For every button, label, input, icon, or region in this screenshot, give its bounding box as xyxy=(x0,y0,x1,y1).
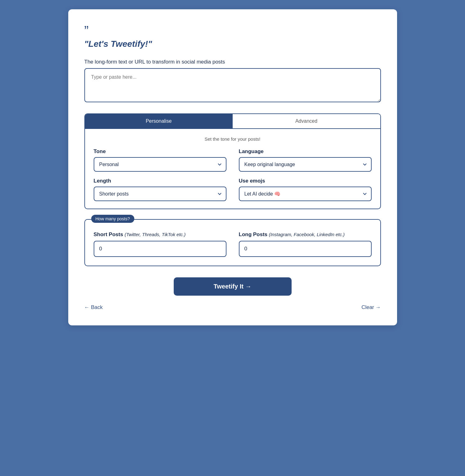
back-button[interactable]: ← Back xyxy=(84,304,103,311)
short-posts-input[interactable] xyxy=(94,241,226,257)
language-label: Language xyxy=(239,148,372,155)
tab-content-personalise: Set the tone for your posts! Tone Person… xyxy=(85,128,380,209)
emojis-field-group: Use emojs Let AI decide 🧠 Always use emo… xyxy=(239,178,372,201)
length-field-group: Length Shorter posts Medium posts Longer… xyxy=(94,178,226,201)
quote-icon: ” xyxy=(84,24,381,37)
long-posts-field-group: Long Posts (Instagram, Facebook, LinkedI… xyxy=(239,231,372,257)
tone-select[interactable]: Personal Professional Casual Formal Humo… xyxy=(94,157,226,172)
tabs-header: Personalise Advanced xyxy=(85,114,380,128)
emojis-select[interactable]: Let AI decide 🧠 Always use emojis Never … xyxy=(239,187,372,201)
tab-personalise[interactable]: Personalise xyxy=(85,114,233,128)
long-posts-subtitle: (Instagram, Facebook, LinkedIn etc.) xyxy=(269,232,345,237)
tabs-container: Personalise Advanced Set the tone for yo… xyxy=(84,113,381,209)
tweetify-button[interactable]: Tweetify It → xyxy=(174,277,292,296)
short-posts-label: Short Posts (Twitter, Threads, TikTok et… xyxy=(94,231,226,238)
tab-advanced[interactable]: Advanced xyxy=(233,114,380,128)
emojis-label: Use emojs xyxy=(239,178,372,184)
short-posts-field-group: Short Posts (Twitter, Threads, TikTok et… xyxy=(94,231,226,257)
main-card: ” "Let's Tweetify!" The long-form text o… xyxy=(68,9,397,325)
app-title: "Let's Tweetify!" xyxy=(84,39,381,49)
input-label: The long-form text or URL to transform i… xyxy=(84,59,381,65)
fields-grid: Tone Personal Professional Casual Formal… xyxy=(94,148,372,201)
content-input[interactable] xyxy=(84,68,381,102)
clear-button[interactable]: Clear → xyxy=(361,304,381,311)
posts-grid: Short Posts (Twitter, Threads, TikTok et… xyxy=(94,231,372,257)
posts-badge: How many posts? xyxy=(91,215,134,223)
length-label: Length xyxy=(94,178,226,184)
tone-field-group: Tone Personal Professional Casual Formal… xyxy=(94,148,226,172)
short-posts-subtitle: (Twitter, Threads, TikTok etc.) xyxy=(125,232,186,237)
footer-nav: ← Back Clear → xyxy=(84,304,381,311)
tab-subtitle: Set the tone for your posts! xyxy=(94,136,372,142)
tone-label: Tone xyxy=(94,148,226,155)
posts-section: How many posts? Short Posts (Twitter, Th… xyxy=(84,219,381,266)
long-posts-label: Long Posts (Instagram, Facebook, LinkedI… xyxy=(239,231,372,238)
language-field-group: Language Keep original language English … xyxy=(239,148,372,172)
language-select[interactable]: Keep original language English Spanish F… xyxy=(239,157,372,172)
long-posts-input[interactable] xyxy=(239,241,372,257)
length-select[interactable]: Shorter posts Medium posts Longer posts xyxy=(94,187,226,201)
